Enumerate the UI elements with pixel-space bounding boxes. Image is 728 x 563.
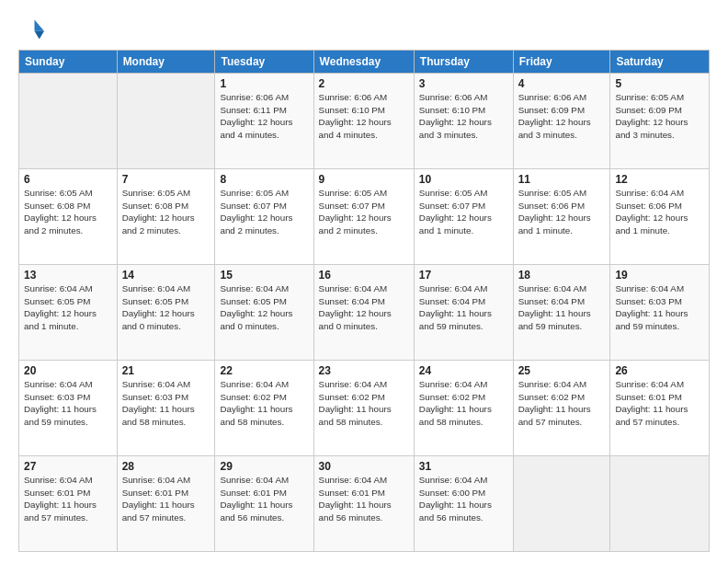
day-info: Sunrise: 6:04 AM Sunset: 6:01 PM Dayligh… [122, 474, 210, 524]
day-info: Sunrise: 6:04 AM Sunset: 6:03 PM Dayligh… [122, 378, 210, 429]
calendar-cell: 1Sunrise: 6:06 AM Sunset: 6:11 PM Daylig… [215, 74, 313, 169]
day-info: Sunrise: 6:05 AM Sunset: 6:07 PM Dayligh… [319, 187, 409, 237]
week-row-3: 20Sunrise: 6:04 AM Sunset: 6:03 PM Dayli… [19, 361, 710, 456]
day-number: 8 [220, 173, 308, 186]
calendar-cell: 14Sunrise: 6:04 AM Sunset: 6:05 PM Dayli… [117, 265, 215, 361]
day-info: Sunrise: 6:04 AM Sunset: 6:06 PM Dayligh… [615, 187, 704, 237]
weekday-monday: Monday [117, 51, 215, 74]
day-number: 20 [24, 364, 112, 377]
calendar-cell: 30Sunrise: 6:04 AM Sunset: 6:01 PM Dayli… [313, 456, 414, 552]
calendar-cell: 7Sunrise: 6:05 AM Sunset: 6:08 PM Daylig… [117, 169, 215, 265]
day-number: 9 [319, 173, 409, 186]
day-info: Sunrise: 6:04 AM Sunset: 6:02 PM Dayligh… [518, 378, 606, 429]
day-info: Sunrise: 6:05 AM Sunset: 6:06 PM Dayligh… [518, 187, 606, 237]
day-info: Sunrise: 6:04 AM Sunset: 6:04 PM Dayligh… [518, 282, 606, 333]
calendar-cell: 11Sunrise: 6:05 AM Sunset: 6:06 PM Dayli… [513, 169, 610, 265]
calendar-cell: 28Sunrise: 6:04 AM Sunset: 6:01 PM Dayli… [117, 456, 215, 552]
day-number: 24 [419, 364, 508, 377]
calendar-cell [19, 74, 118, 169]
day-info: Sunrise: 6:04 AM Sunset: 6:01 PM Dayligh… [24, 474, 112, 524]
day-number: 1 [220, 77, 308, 90]
day-number: 14 [122, 269, 210, 282]
calendar-cell: 9Sunrise: 6:05 AM Sunset: 6:07 PM Daylig… [313, 169, 414, 265]
day-number: 7 [122, 173, 210, 186]
calendar-table: SundayMondayTuesdayWednesdayThursdayFrid… [18, 50, 710, 552]
day-info: Sunrise: 6:04 AM Sunset: 6:01 PM Dayligh… [319, 474, 409, 524]
weekday-friday: Friday [513, 51, 610, 74]
calendar-cell: 4Sunrise: 6:06 AM Sunset: 6:09 PM Daylig… [513, 74, 610, 169]
day-info: Sunrise: 6:04 AM Sunset: 6:01 PM Dayligh… [220, 474, 308, 524]
calendar-cell: 3Sunrise: 6:06 AM Sunset: 6:10 PM Daylig… [414, 74, 513, 169]
day-info: Sunrise: 6:04 AM Sunset: 6:02 PM Dayligh… [319, 378, 409, 429]
week-row-4: 27Sunrise: 6:04 AM Sunset: 6:01 PM Dayli… [19, 456, 710, 552]
calendar-cell: 29Sunrise: 6:04 AM Sunset: 6:01 PM Dayli… [215, 456, 313, 552]
week-row-0: 1Sunrise: 6:06 AM Sunset: 6:11 PM Daylig… [19, 74, 710, 169]
calendar-cell: 15Sunrise: 6:04 AM Sunset: 6:05 PM Dayli… [215, 265, 313, 361]
day-number: 18 [518, 269, 606, 282]
day-number: 21 [122, 364, 210, 377]
day-number: 12 [615, 173, 704, 186]
day-number: 29 [220, 460, 308, 473]
calendar-cell: 25Sunrise: 6:04 AM Sunset: 6:02 PM Dayli… [513, 361, 610, 456]
day-number: 28 [122, 460, 210, 473]
day-info: Sunrise: 6:06 AM Sunset: 6:11 PM Dayligh… [220, 91, 308, 142]
day-info: Sunrise: 6:04 AM Sunset: 6:00 PM Dayligh… [419, 474, 508, 524]
weekday-tuesday: Tuesday [215, 51, 313, 74]
day-info: Sunrise: 6:05 AM Sunset: 6:08 PM Dayligh… [122, 187, 210, 237]
calendar-cell [117, 74, 215, 169]
calendar-cell: 18Sunrise: 6:04 AM Sunset: 6:04 PM Dayli… [513, 265, 610, 361]
day-info: Sunrise: 6:06 AM Sunset: 6:10 PM Dayligh… [419, 91, 508, 142]
day-info: Sunrise: 6:04 AM Sunset: 6:04 PM Dayligh… [319, 282, 409, 333]
day-number: 19 [615, 269, 704, 282]
day-info: Sunrise: 6:04 AM Sunset: 6:02 PM Dayligh… [419, 378, 508, 429]
calendar-cell [513, 456, 610, 552]
day-number: 17 [419, 269, 508, 282]
weekday-wednesday: Wednesday [313, 51, 414, 74]
weekday-header-row: SundayMondayTuesdayWednesdayThursdayFrid… [19, 51, 710, 74]
day-info: Sunrise: 6:04 AM Sunset: 6:05 PM Dayligh… [220, 282, 308, 333]
calendar-cell: 8Sunrise: 6:05 AM Sunset: 6:07 PM Daylig… [215, 169, 313, 265]
day-number: 26 [615, 364, 704, 377]
svg-marker-1 [35, 31, 45, 40]
day-info: Sunrise: 6:05 AM Sunset: 6:08 PM Dayligh… [24, 187, 112, 237]
day-info: Sunrise: 6:04 AM Sunset: 6:05 PM Dayligh… [122, 282, 210, 333]
header [18, 17, 710, 42]
day-number: 2 [319, 77, 409, 90]
calendar-cell: 13Sunrise: 6:04 AM Sunset: 6:05 PM Dayli… [19, 265, 118, 361]
day-info: Sunrise: 6:04 AM Sunset: 6:03 PM Dayligh… [24, 378, 112, 429]
calendar-cell: 27Sunrise: 6:04 AM Sunset: 6:01 PM Dayli… [19, 456, 118, 552]
logo-icon [18, 17, 44, 42]
day-number: 10 [419, 173, 508, 186]
calendar-cell: 21Sunrise: 6:04 AM Sunset: 6:03 PM Dayli… [117, 361, 215, 456]
calendar-cell: 16Sunrise: 6:04 AM Sunset: 6:04 PM Dayli… [313, 265, 414, 361]
day-number: 27 [24, 460, 112, 473]
day-info: Sunrise: 6:05 AM Sunset: 6:07 PM Dayligh… [419, 187, 508, 237]
day-info: Sunrise: 6:06 AM Sunset: 6:10 PM Dayligh… [319, 91, 409, 142]
logo [18, 17, 48, 42]
weekday-sunday: Sunday [19, 51, 118, 74]
day-number: 23 [319, 364, 409, 377]
day-info: Sunrise: 6:05 AM Sunset: 6:09 PM Dayligh… [615, 91, 704, 142]
calendar-cell: 23Sunrise: 6:04 AM Sunset: 6:02 PM Dayli… [313, 361, 414, 456]
day-info: Sunrise: 6:04 AM Sunset: 6:03 PM Dayligh… [615, 282, 704, 333]
day-number: 30 [319, 460, 409, 473]
day-number: 3 [419, 77, 508, 90]
day-number: 4 [518, 77, 606, 90]
calendar-cell: 2Sunrise: 6:06 AM Sunset: 6:10 PM Daylig… [313, 74, 414, 169]
day-info: Sunrise: 6:04 AM Sunset: 6:02 PM Dayligh… [220, 378, 308, 429]
day-info: Sunrise: 6:04 AM Sunset: 6:01 PM Dayligh… [615, 378, 704, 429]
day-info: Sunrise: 6:05 AM Sunset: 6:07 PM Dayligh… [220, 187, 308, 237]
day-number: 11 [518, 173, 606, 186]
day-info: Sunrise: 6:04 AM Sunset: 6:04 PM Dayligh… [419, 282, 508, 333]
week-row-1: 6Sunrise: 6:05 AM Sunset: 6:08 PM Daylig… [19, 169, 710, 265]
calendar-cell [610, 456, 710, 552]
page: SundayMondayTuesdayWednesdayThursdayFrid… [0, 0, 728, 563]
day-number: 13 [24, 269, 112, 282]
svg-marker-0 [35, 20, 45, 31]
day-number: 16 [319, 269, 409, 282]
calendar-cell: 26Sunrise: 6:04 AM Sunset: 6:01 PM Dayli… [610, 361, 710, 456]
weekday-saturday: Saturday [610, 51, 710, 74]
calendar-cell: 24Sunrise: 6:04 AM Sunset: 6:02 PM Dayli… [414, 361, 513, 456]
day-number: 5 [615, 77, 704, 90]
weekday-thursday: Thursday [414, 51, 513, 74]
